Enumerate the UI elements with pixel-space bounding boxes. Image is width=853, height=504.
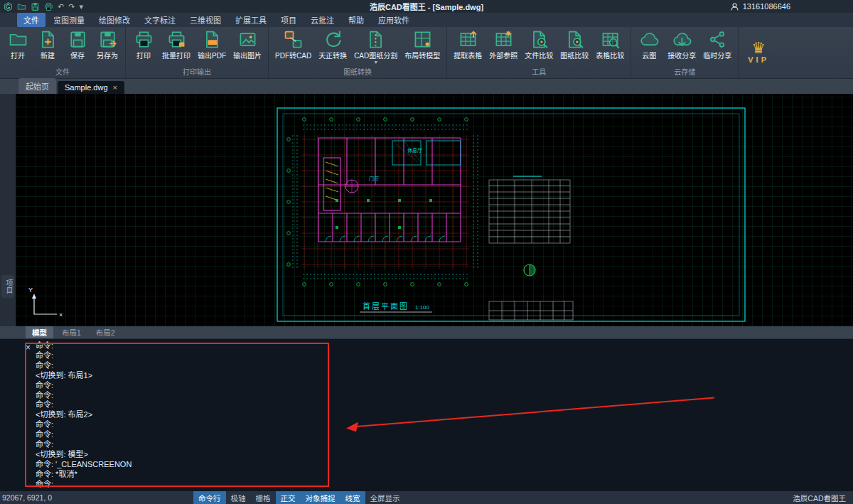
ribbon-item-label: 图纸比较 bbox=[560, 50, 589, 60]
pdf-to-cad-icon bbox=[284, 30, 303, 49]
ribbon-group-print-output: 打印 批量打印 输出PDF 输出图片 打印输出 bbox=[126, 27, 269, 78]
menu-item-view-measure[interactable]: 览图测量 bbox=[47, 13, 91, 27]
ribbon-item-print[interactable]: 打印 bbox=[129, 29, 159, 61]
ribbon-item-label: 提取表格 bbox=[454, 50, 482, 60]
ribbon-group-label: 云存储 bbox=[634, 65, 735, 78]
layout-to-model-icon bbox=[413, 30, 432, 49]
toggle-object-snap[interactable]: 对象捕捉 bbox=[301, 491, 340, 504]
left-panel-strip: 项目 bbox=[0, 94, 16, 326]
ribbon-group-drawing-convert: PDF转CAD 天正转换 CAD图纸分割▾ 布局转模型 图纸转换 bbox=[269, 27, 447, 78]
ucs-x-mark: × bbox=[59, 311, 63, 318]
ribbon-item-drawing-compare[interactable]: 图纸比较 bbox=[557, 29, 592, 61]
ribbon-item-export-pdf[interactable]: 输出PDF bbox=[194, 29, 230, 61]
command-line: 命令: bbox=[36, 430, 132, 440]
ribbon-item-file-compare[interactable]: 文件比较 bbox=[521, 29, 557, 61]
status-bar: 92067, 6921, 0 命令行 极轴 栅格 正交 对象捕捉 线宽 全屏显示… bbox=[0, 491, 853, 504]
menu-item-help[interactable]: 帮助 bbox=[342, 13, 370, 27]
menu-item-text-annotate[interactable]: 文字标注 bbox=[138, 13, 182, 27]
ribbon-item-batch-print[interactable]: 批量打印 bbox=[159, 29, 194, 61]
toggle-fullscreen[interactable]: 全屏显示 bbox=[365, 491, 405, 504]
ribbon-item-receive-share[interactable]: 接收分享 bbox=[664, 29, 699, 61]
ribbon-item-pdf-to-cad[interactable]: PDF转CAD bbox=[272, 29, 315, 61]
vip-badge[interactable]: ♛ VIP bbox=[748, 27, 769, 78]
menu-item-extended-tools[interactable]: 扩展工具 bbox=[229, 13, 273, 27]
command-line: 命令: bbox=[36, 440, 132, 450]
command-panel[interactable]: × 命令: 命令: 命令: <切换到: 布局1> 命令: 命令: 命令: <切换… bbox=[0, 338, 853, 491]
status-toggles: 命令行 极轴 栅格 正交 对象捕捉 线宽 全屏显示 bbox=[193, 491, 405, 504]
ribbon-item-label: 输出PDF bbox=[198, 50, 226, 60]
ribbon-item-export-image[interactable]: 输出图片 bbox=[230, 29, 265, 61]
undo-icon[interactable]: ↶ bbox=[58, 2, 64, 11]
toggle-polar[interactable]: 极轴 bbox=[226, 491, 251, 504]
tab-start-page[interactable]: 起始页 bbox=[18, 78, 56, 94]
menu-item-apps[interactable]: 应用软件 bbox=[372, 13, 416, 27]
toggle-lineweight[interactable]: 线宽 bbox=[340, 491, 365, 504]
ribbon-item-label: 临时分享 bbox=[703, 50, 731, 60]
menu-item-cloud-annotation[interactable]: 云批注 bbox=[304, 13, 340, 27]
menu-item-draw-modify[interactable]: 绘图修改 bbox=[92, 13, 136, 27]
tab-model[interactable]: 模型 bbox=[26, 326, 53, 338]
ribbon-item-label: 外部参照 bbox=[489, 50, 517, 60]
ribbon-item-open[interactable]: 打开 bbox=[3, 29, 33, 61]
close-command-panel-icon[interactable]: × bbox=[26, 343, 31, 352]
ribbon-item-temp-share[interactable]: 临时分享 bbox=[699, 29, 735, 61]
redo-icon[interactable]: ↷ bbox=[68, 2, 75, 11]
command-line: 命令: bbox=[36, 400, 132, 410]
close-tab-icon[interactable]: × bbox=[113, 83, 117, 92]
chevron-down-icon[interactable]: ▾ bbox=[375, 60, 377, 65]
command-line: <切换到: 布局1> bbox=[36, 371, 132, 381]
command-line: <切换到: 模型> bbox=[36, 450, 132, 460]
ribbon-item-label: 打印 bbox=[136, 50, 151, 60]
ribbon: 打开 新建 保存 另存为 文件 打印 批量打印 输出PDF 输出图片 打印输出 … bbox=[0, 27, 853, 79]
tab-sample-dwg[interactable]: Sample.dwg × bbox=[58, 81, 124, 94]
printer-icon bbox=[134, 30, 154, 49]
ribbon-item-external-reference[interactable]: 外部参照 bbox=[485, 29, 521, 61]
ribbon-item-cad-split[interactable]: CAD图纸分割▾ bbox=[350, 29, 401, 65]
ribbon-item-layout-to-model[interactable]: 布局转模型 bbox=[401, 29, 444, 61]
account-area[interactable]: 13161086646 bbox=[730, 2, 853, 11]
toggle-grid[interactable]: 栅格 bbox=[251, 491, 276, 504]
command-line: 命令: *取消* bbox=[36, 470, 132, 480]
ribbon-item-label: 布局转模型 bbox=[404, 50, 440, 60]
print-icon[interactable] bbox=[44, 2, 53, 11]
tab-layout2[interactable]: 布局2 bbox=[90, 326, 122, 338]
project-panel-tab[interactable]: 项目 bbox=[1, 275, 14, 298]
drawing-canvas[interactable]: 休息厅 门厅 首层平面图 1:100 Y × bbox=[16, 94, 853, 326]
menu-item-file[interactable]: 文件 bbox=[17, 13, 45, 27]
share-icon bbox=[708, 30, 727, 49]
extract-table-icon bbox=[458, 30, 478, 49]
menu-item-3d-view[interactable]: 三维视图 bbox=[183, 13, 227, 27]
menu-item-project[interactable]: 项目 bbox=[274, 13, 303, 27]
save-icon[interactable] bbox=[31, 2, 40, 11]
ribbon-group-cloud-storage: 云图 接收分享 临时分享 云存储 bbox=[631, 27, 739, 78]
command-line: 命令: bbox=[36, 361, 132, 371]
ribbon-item-label: 打开 bbox=[11, 50, 25, 60]
ribbon-group-label: 图纸转换 bbox=[272, 65, 444, 78]
ribbon-item-extract-table[interactable]: 提取表格 bbox=[450, 29, 485, 61]
convert-cycle-icon bbox=[323, 30, 343, 49]
ribbon-item-save-as[interactable]: 另存为 bbox=[92, 29, 122, 61]
toggle-command-line[interactable]: 命令行 bbox=[193, 491, 226, 504]
ribbon-item-new[interactable]: 新建 bbox=[33, 29, 63, 61]
open-icon[interactable] bbox=[17, 2, 26, 11]
cloud-icon bbox=[640, 30, 659, 49]
ribbon-item-table-compare[interactable]: 表格比较 bbox=[592, 29, 628, 61]
ribbon-item-label: 另存为 bbox=[97, 50, 118, 60]
main-area: 项目 bbox=[0, 94, 853, 326]
toggle-ortho[interactable]: 正交 bbox=[276, 491, 301, 504]
ribbon-item-cloud-drawing[interactable]: 云图 bbox=[634, 29, 664, 61]
ribbon-item-label: 输出图片 bbox=[233, 50, 262, 60]
title-bar: ↶ ↷ ▾ 浩辰CAD看图王 - [Sample.dwg] 1316108664… bbox=[0, 0, 853, 13]
tab-layout1[interactable]: 布局1 bbox=[55, 326, 87, 338]
export-pdf-icon bbox=[203, 30, 222, 49]
drawing-compare-icon bbox=[565, 30, 584, 49]
ribbon-item-save[interactable]: 保存 bbox=[63, 29, 92, 61]
ribbon-item-tianzheng-convert[interactable]: 天正转换 bbox=[315, 29, 350, 61]
app-logo-icon bbox=[4, 2, 13, 11]
customize-toolbar-icon[interactable]: ▾ bbox=[79, 2, 83, 11]
command-line: <切换到: 布局2> bbox=[36, 410, 132, 420]
command-line: 命令: bbox=[36, 381, 132, 391]
quick-access-toolbar: ↶ ↷ ▾ bbox=[0, 2, 83, 11]
ucs-icon: Y × bbox=[28, 286, 63, 318]
ribbon-group-label: 文件 bbox=[3, 65, 122, 78]
